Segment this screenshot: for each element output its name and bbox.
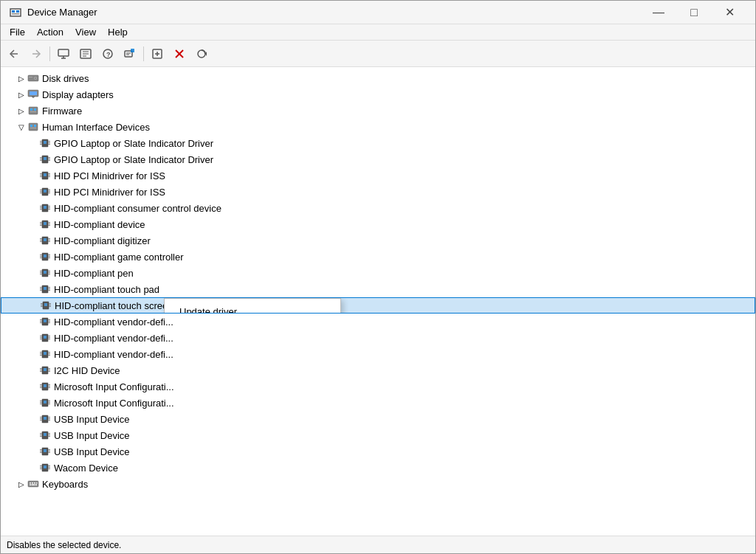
toolbar-help-button[interactable]: ?: [97, 44, 118, 64]
svg-rect-108: [40, 272, 42, 273]
svg-rect-31: [30, 91, 37, 95]
tree-item-firmware[interactable]: ▷ Firmware: [1, 103, 755, 119]
svg-rect-81: [44, 206, 47, 209]
tree-item-gpio-2[interactable]: ▷ GPIO Laptop or Slate Indicator Driver: [1, 151, 755, 167]
svg-rect-200: [48, 452, 50, 453]
device-chip-icon: [39, 397, 51, 409]
svg-rect-143: [48, 337, 50, 338]
device-chip-icon: [40, 299, 52, 311]
svg-rect-135: [48, 321, 50, 322]
tree-item-gpio-1[interactable]: ▷ GPIO Laptop or Slate Indicator Driver: [1, 135, 755, 151]
firmware-label: Firmware: [42, 105, 82, 117]
tree-item-hid-touchpad[interactable]: ▷ HID-compliant touch pad: [1, 281, 755, 297]
device-chip-icon: [39, 267, 51, 279]
tree-item-i2c-hid[interactable]: ▷ I2C HID Device: [1, 362, 755, 378]
toolbar-update-button[interactable]: [147, 44, 168, 64]
toolbar-properties-button[interactable]: [120, 44, 140, 64]
hid-device-label: HID-compliant device: [54, 219, 145, 230]
svg-rect-176: [48, 404, 50, 404]
svg-rect-78: [48, 206, 50, 207]
device-chip-icon: [39, 348, 51, 360]
toolbar-remove-button[interactable]: [169, 44, 190, 64]
tree-item-hid-device[interactable]: ▷ HID-compliant device: [1, 216, 755, 232]
maximize-button[interactable]: □: [677, 1, 711, 24]
tree-item-display-adapters[interactable]: ▷ Display adapters: [1, 86, 755, 103]
tree-item-usb-input-3[interactable]: ▷ USB Input Device: [1, 443, 755, 460]
menu-help[interactable]: Help: [102, 25, 134, 39]
toolbar-computer-button[interactable]: [53, 44, 74, 64]
svg-rect-182: [48, 417, 50, 418]
svg-rect-97: [44, 238, 47, 241]
svg-rect-84: [40, 224, 42, 224]
context-menu: Update driver Disable device Uninstall d…: [164, 298, 341, 314]
tree-item-hid-consumer[interactable]: ▷ HID-compliant consumer control device: [1, 200, 755, 216]
menu-view[interactable]: View: [69, 25, 102, 39]
toolbar-scan-button[interactable]: [191, 44, 212, 64]
device-chip-icon: [39, 186, 51, 198]
svg-rect-55: [48, 159, 50, 159]
svg-rect-57: [44, 157, 47, 160]
svg-rect-169: [44, 384, 47, 387]
menu-file[interactable]: File: [4, 25, 31, 39]
hid-consumer-label: HID-compliant consumer control device: [54, 203, 221, 214]
tree-item-usb-input-1[interactable]: ▷ USB Input Device: [1, 411, 755, 427]
svg-rect-181: [40, 420, 42, 420]
minimize-button[interactable]: —: [642, 1, 676, 24]
forward-button[interactable]: [26, 44, 47, 64]
close-button[interactable]: ✕: [712, 1, 746, 24]
device-chip-icon: [39, 381, 51, 392]
tree-item-hid-vendor-3[interactable]: ▷ HID-compliant vendor-defi...: [1, 346, 755, 362]
tree-item-hid-vendor-2[interactable]: ▷ HID-compliant vendor-defi...: [1, 330, 755, 346]
svg-rect-131: [40, 319, 42, 320]
svg-rect-193: [44, 433, 47, 436]
expand-icon: ▷: [16, 105, 27, 117]
svg-rect-40: [34, 125, 36, 127]
svg-rect-167: [48, 386, 50, 387]
svg-rect-139: [40, 336, 42, 336]
hid-label: Human Interface Devices: [42, 122, 150, 133]
device-chip-icon: [39, 170, 51, 181]
tree-item-human-interface[interactable]: ▽ Human Interface Devices: [1, 119, 755, 135]
hid-category-icon: [27, 121, 39, 133]
tree-item-ms-input-2[interactable]: ▷ Microsoft Input Configurati...: [1, 395, 755, 411]
svg-rect-141: [40, 339, 42, 339]
toolbar-list-button[interactable]: [75, 44, 96, 64]
menu-action[interactable]: Action: [31, 25, 69, 39]
svg-rect-113: [44, 271, 47, 274]
tree-item-hid-vendor-1[interactable]: ▷ HID-compliant vendor-defi...: [1, 314, 755, 330]
svg-rect-123: [41, 303, 43, 304]
context-update-driver[interactable]: Update driver: [165, 302, 340, 314]
tree-item-disk-drives[interactable]: ▷ Disk drives: [1, 70, 755, 86]
svg-rect-77: [40, 209, 42, 210]
svg-rect-38: [29, 123, 38, 131]
tree-item-hid-pen[interactable]: ▷ HID-compliant pen: [1, 265, 755, 281]
device-tree[interactable]: ▷ Disk drives ▷ Display adapters ▷: [1, 67, 755, 536]
svg-rect-166: [48, 384, 50, 385]
tree-item-hid-digitizer[interactable]: ▷ HID-compliant digitizer: [1, 232, 755, 249]
device-chip-icon: [39, 202, 51, 214]
svg-rect-133: [40, 322, 42, 323]
tree-item-keyboards[interactable]: ▷ Keyboards: [1, 476, 755, 492]
tree-item-usb-input-2[interactable]: ▷ USB Input Device: [1, 427, 755, 443]
svg-rect-56: [48, 160, 50, 161]
expand-icon: ▷: [16, 72, 27, 84]
svg-rect-142: [48, 336, 50, 336]
svg-rect-149: [40, 355, 42, 356]
device-chip-icon: [39, 332, 51, 344]
device-chip-icon: [39, 462, 51, 474]
svg-rect-216: [32, 485, 35, 486]
svg-rect-126: [49, 303, 51, 304]
svg-rect-79: [48, 207, 50, 208]
svg-rect-103: [48, 256, 50, 257]
tree-item-ms-input-1[interactable]: ▷ Microsoft Input Configurati...: [1, 378, 755, 395]
tree-item-wacom[interactable]: ▷ Wacom Device: [1, 460, 755, 476]
back-button[interactable]: [4, 44, 24, 64]
tree-item-hid-pci-2[interactable]: ▷ HID PCI Minidriver for ISS: [1, 184, 755, 200]
tree-item-hid-game[interactable]: ▷ HID-compliant game controller: [1, 249, 755, 265]
toolbar-separator-1: [49, 46, 50, 61]
svg-rect-70: [48, 190, 50, 190]
tree-item-hid-touchscreen[interactable]: ▷ HID-compliant touch screen Update driv…: [1, 297, 755, 314]
svg-rect-179: [40, 417, 42, 418]
svg-rect-76: [40, 207, 42, 208]
tree-item-hid-pci-1[interactable]: ▷ HID PCI Minidriver for ISS: [1, 167, 755, 184]
